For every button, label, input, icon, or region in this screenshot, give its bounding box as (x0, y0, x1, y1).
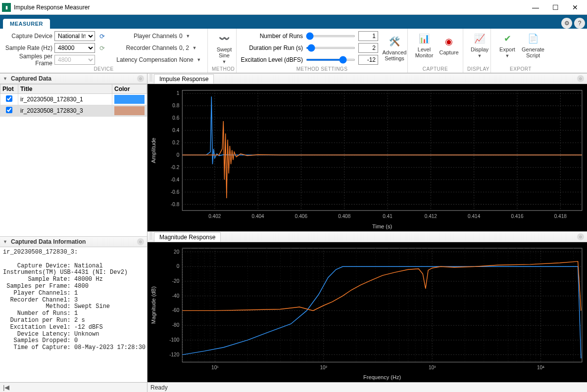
samples-per-frame-label: Samples per Frame (4, 53, 52, 67)
duration-label: Duration per Run (s) (241, 44, 303, 51)
excitation-slider[interactable] (306, 59, 355, 61)
ribbon: Capture Device National In... ⟳ Sample R… (0, 29, 587, 73)
tab-impulse-response[interactable]: Impulse Response (154, 74, 214, 84)
close-button[interactable]: ✕ (565, 0, 585, 15)
record-icon: ◉ (442, 35, 456, 48)
export-button[interactable]: ✔ Export ▼ (495, 31, 520, 59)
titlebar: ▮ Impulse Response Measurer — ☐ ✕ (0, 0, 587, 15)
col-title[interactable]: Title (18, 85, 112, 94)
svg-text:0.2: 0.2 (172, 140, 179, 145)
svg-text:10²: 10² (320, 365, 328, 370)
rewind-icon[interactable]: |◀ (3, 384, 9, 391)
svg-text:Amplitude: Amplitude (150, 137, 156, 163)
svg-text:-0.8: -0.8 (171, 201, 180, 207)
panel-close-icon[interactable]: ○ (137, 75, 144, 82)
svg-text:1: 1 (177, 90, 180, 96)
num-runs-label: Number of Runs (241, 33, 303, 40)
captured-data-table: Plot Title Color ir_20230508_172830_1 ir… (0, 84, 147, 117)
svg-text:0.8: 0.8 (172, 103, 179, 108)
col-color[interactable]: Color (112, 85, 147, 94)
capture-device-select[interactable]: National In... (54, 31, 95, 41)
num-runs-input[interactable] (358, 31, 378, 41)
svg-text:0.416: 0.416 (511, 213, 523, 218)
excitation-input[interactable] (358, 55, 378, 65)
help-icon[interactable]: ? (574, 18, 585, 29)
tabstrip: MEASURER ⚙ ? (0, 15, 587, 29)
samples-per-frame-select: 4800 (54, 55, 95, 65)
svg-text:0.4: 0.4 (172, 128, 179, 133)
player-channels-dropdown[interactable]: ▼ (185, 34, 192, 39)
svg-text:-80: -80 (172, 322, 180, 328)
collapse-icon[interactable]: ▼ (3, 239, 9, 244)
app-icon: ▮ (2, 3, 11, 12)
latency-comp-label: Latency Compensation (114, 56, 177, 63)
level-monitor-icon: 📊 (417, 32, 431, 45)
player-channels-value: 0 (179, 33, 183, 40)
magnitude-response-chart[interactable]: 10¹10²10³10⁴-120-100-80-60-40-20020Frequ… (147, 242, 587, 382)
sample-rate-select[interactable]: 48000 (54, 43, 95, 53)
advanced-settings-button[interactable]: 🛠️ Advanced Settings (382, 34, 407, 62)
captured-info-body[interactable]: ir_20230508_172830_3: Capture Device: Na… (0, 247, 147, 382)
status-text: Ready (147, 384, 587, 391)
table-row[interactable]: ir_20230508_172830_1 (0, 94, 147, 105)
capture-button[interactable]: ◉ Capture (437, 31, 461, 59)
minimize-button[interactable]: — (526, 0, 545, 15)
method-group-label: METHOD (212, 65, 232, 72)
window-title: Impulse Response Measurer (14, 4, 526, 11)
method-settings-group-label: METHOD SETTINGS (241, 65, 403, 72)
svg-text:0.414: 0.414 (468, 213, 480, 218)
svg-text:0: 0 (177, 152, 180, 158)
svg-text:Time (s): Time (s) (372, 223, 392, 229)
swept-sine-button[interactable]: 〰️ Swept Sine ▼ (212, 31, 237, 65)
player-channels-label: Player Channels (114, 33, 177, 40)
capture-group-label: CAPTURE (412, 65, 459, 72)
display-group-label: DISPLAY (467, 65, 487, 72)
refresh-devices-icon[interactable]: ⟳ (97, 31, 107, 41)
grip-icon[interactable] (149, 232, 152, 240)
color-swatch[interactable] (114, 95, 145, 104)
svg-text:-0.4: -0.4 (171, 176, 180, 182)
panel-close-icon[interactable]: ○ (137, 238, 144, 245)
svg-text:0.404: 0.404 (252, 213, 264, 218)
recorder-channels-dropdown[interactable]: ▼ (191, 45, 198, 50)
maximize-button[interactable]: ☐ (545, 0, 565, 15)
duration-slider[interactable] (306, 47, 355, 49)
svg-text:Frequency (Hz): Frequency (Hz) (363, 374, 401, 380)
swept-sine-icon: 〰️ (217, 32, 231, 45)
generate-script-button[interactable]: 📄 Generate Script (520, 31, 546, 59)
recorder-channels-value: 0, 2 (179, 44, 189, 51)
tab-measurer[interactable]: MEASURER (3, 19, 50, 29)
export-group-label: EXPORT (495, 65, 546, 72)
col-plot[interactable]: Plot (0, 85, 18, 94)
svg-text:0.408: 0.408 (338, 213, 350, 218)
captured-info-panel: ▼ Captured Data Information ○ ir_2023050… (0, 236, 147, 382)
latency-comp-dropdown[interactable]: ▼ (196, 57, 202, 62)
excitation-label: Excitation Level (dBFS) (241, 56, 303, 63)
plot-checkbox[interactable] (6, 95, 12, 102)
svg-text:0.412: 0.412 (425, 213, 437, 218)
gear-icon[interactable]: ⚙ (561, 18, 572, 29)
display-button[interactable]: 📈 Display ▼ (467, 31, 492, 59)
plot-checkbox[interactable] (6, 107, 12, 113)
level-monitor-button[interactable]: 📊 Level Monitor (412, 31, 437, 59)
grip-icon[interactable] (149, 74, 152, 82)
impulse-response-chart[interactable]: 0.4020.4040.4060.4080.410.4120.4140.4160… (147, 84, 587, 231)
svg-text:-0.6: -0.6 (171, 189, 180, 194)
tab-magnitude-response[interactable]: Magnitude Response (154, 232, 221, 242)
sample-rate-refresh-icon[interactable]: ⟳ (97, 43, 107, 53)
device-group-label: DEVICE (4, 65, 203, 72)
capture-device-label: Capture Device (4, 33, 52, 40)
collapse-icon[interactable]: ▼ (3, 76, 9, 81)
svg-text:20: 20 (174, 249, 180, 255)
recorder-channels-label: Recorder Channels (114, 44, 177, 51)
table-row[interactable]: ir_20230508_172830_3 (0, 105, 147, 117)
status-bar: |◀ Ready (0, 382, 587, 392)
duration-input[interactable] (358, 43, 378, 53)
panel-close-icon[interactable]: ○ (577, 233, 584, 240)
color-swatch[interactable] (114, 106, 145, 115)
num-runs-slider[interactable] (306, 35, 355, 37)
svg-text:-100: -100 (169, 337, 179, 343)
capture-title: ir_20230508_172830_3 (18, 105, 112, 117)
captured-data-title: Captured Data (11, 75, 51, 82)
panel-close-icon[interactable]: ○ (577, 75, 584, 82)
